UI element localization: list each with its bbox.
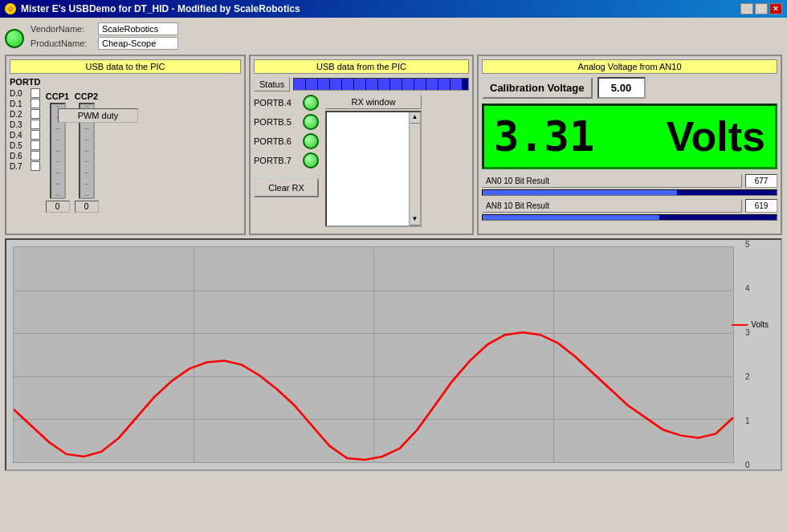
voltage-unit: Volts xyxy=(667,112,765,160)
portb-row-1: PORTB.5 xyxy=(254,114,319,130)
y-label-3: 3 xyxy=(745,328,750,337)
voltage-number: 3.31 xyxy=(494,112,594,160)
middle-panel-header: USB data from the PIC xyxy=(254,59,469,74)
portd-bit-2[interactable]: D.2 xyxy=(10,109,41,119)
title-icon: ☺ xyxy=(5,3,16,14)
an0-value: 677 xyxy=(745,174,777,188)
voltage-display: 3.31 Volts xyxy=(482,104,777,169)
portb-row-3: PORTB.7 xyxy=(254,152,319,169)
y-label-0: 0 xyxy=(745,461,750,469)
rx-window[interactable]: ▲ ▼ xyxy=(325,111,422,227)
status-indicator xyxy=(5,29,24,48)
led-PORTB4 xyxy=(303,95,319,111)
ccp2-value: 0 xyxy=(75,201,99,213)
chart-inner xyxy=(13,246,734,463)
scroll-down-button[interactable]: ▼ xyxy=(410,214,421,225)
rx-window-label: RX window xyxy=(325,95,422,109)
portb-row-2: PORTB.6 xyxy=(254,133,319,149)
close-button[interactable]: ✕ xyxy=(769,3,782,14)
title-bar: ☺ Mister E's USBDemo for DT_HID - Modifi… xyxy=(0,0,787,18)
calib-value: 5.00 xyxy=(597,77,646,99)
portb-row-0: PORTB.4 xyxy=(254,95,319,111)
minimize-button[interactable]: _ xyxy=(740,3,753,14)
portd-bit-1[interactable]: D.1 xyxy=(10,99,41,108)
legend-label: Volts xyxy=(751,320,769,329)
an0-label: AN0 10 Bit Result xyxy=(482,174,742,188)
portd-label: PORTD xyxy=(10,77,41,87)
calib-label: Calibration Voltage xyxy=(482,77,593,99)
ccp1-label: CCP1 xyxy=(46,91,70,101)
portd-bit-0[interactable]: D.0 xyxy=(10,88,41,98)
led-PORTB7 xyxy=(303,152,319,169)
led-PORTB5 xyxy=(303,114,319,130)
scroll-up-button[interactable]: ▲ xyxy=(410,112,421,124)
clear-rx-button[interactable]: Clear RX xyxy=(254,178,319,197)
right-panel-header: Analog Voltage from AN10 xyxy=(482,59,777,74)
an8-bar xyxy=(482,214,777,221)
pwm-label: PWM duty xyxy=(58,108,138,123)
product-value: Cheap-Scope xyxy=(98,37,178,50)
status-bar xyxy=(293,78,469,91)
vendor-value: ScaleRobotics xyxy=(98,22,178,35)
y-label-1: 1 xyxy=(745,416,750,425)
y-label-5: 5 xyxy=(745,240,750,249)
an8-label: AN8 10 Bit Result xyxy=(482,199,742,213)
portd-bit-3[interactable]: D.3 xyxy=(10,120,41,129)
status-label: Status xyxy=(254,77,290,91)
led-PORTB6 xyxy=(303,133,319,149)
portd-bit-5[interactable]: D.5 xyxy=(10,140,41,150)
y-label-2: 2 xyxy=(745,372,750,381)
an8-value: 619 xyxy=(745,199,777,213)
y-label-4: 4 xyxy=(745,284,750,293)
an0-bar xyxy=(482,189,777,196)
portd-bit-6[interactable]: D.6 xyxy=(10,151,41,160)
ccp2-label: CCP2 xyxy=(75,91,99,101)
left-panel-header: USB data to the PIC xyxy=(10,59,241,74)
title-text: Mister E's USBDemo for DT_HID - Modified… xyxy=(21,3,300,14)
chart-legend: Volts xyxy=(732,320,769,329)
vendor-label: VendorName: xyxy=(31,24,95,34)
product-label: ProductName: xyxy=(31,39,95,48)
legend-line xyxy=(732,324,748,326)
ccp1-value: 0 xyxy=(46,201,70,213)
portd-bit-4[interactable]: D.4 xyxy=(10,130,41,140)
maximize-button[interactable]: □ xyxy=(755,3,768,14)
chart-area: 543210 Volts xyxy=(5,238,782,471)
portd-bit-7[interactable]: D.7 xyxy=(10,161,41,171)
